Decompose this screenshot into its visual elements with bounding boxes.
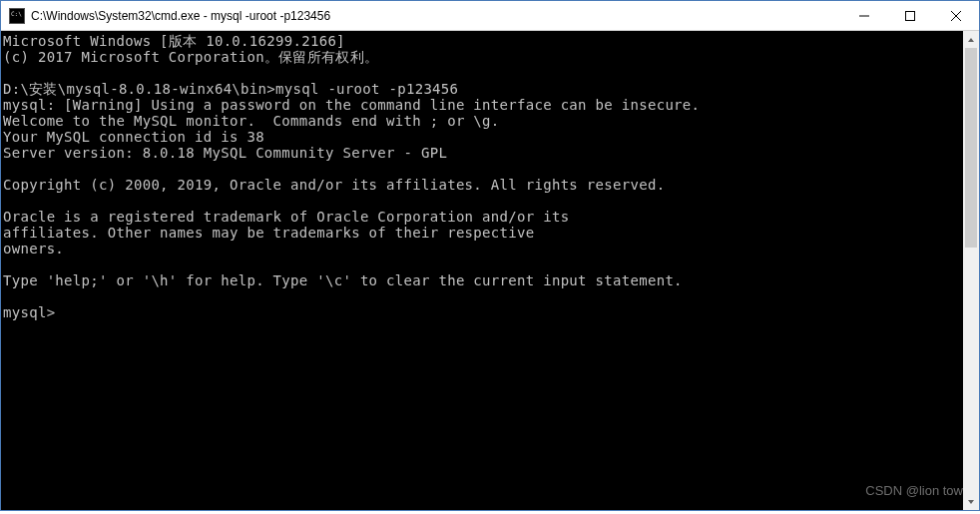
- svg-marker-4: [968, 38, 974, 42]
- svg-marker-5: [968, 500, 974, 504]
- minimize-button[interactable]: [841, 1, 887, 30]
- terminal-area: Microsoft Windows [版本 10.0.16299.2166] (…: [1, 31, 979, 510]
- maximize-button[interactable]: [887, 1, 933, 30]
- window-title: C:\Windows\System32\cmd.exe - mysql -uro…: [31, 9, 841, 23]
- terminal-output[interactable]: Microsoft Windows [版本 10.0.16299.2166] (…: [1, 31, 963, 510]
- scroll-track[interactable]: [963, 48, 979, 493]
- scroll-up-button[interactable]: [963, 31, 979, 48]
- cmd-window: C:\Windows\System32\cmd.exe - mysql -uro…: [0, 0, 980, 511]
- window-controls: [841, 1, 979, 30]
- scroll-down-button[interactable]: [963, 493, 979, 510]
- close-button[interactable]: [933, 1, 979, 30]
- scroll-thumb[interactable]: [965, 48, 977, 248]
- titlebar: C:\Windows\System32\cmd.exe - mysql -uro…: [1, 1, 979, 31]
- svg-rect-1: [906, 11, 915, 20]
- cmd-icon: [9, 8, 25, 24]
- vertical-scrollbar[interactable]: [963, 31, 979, 510]
